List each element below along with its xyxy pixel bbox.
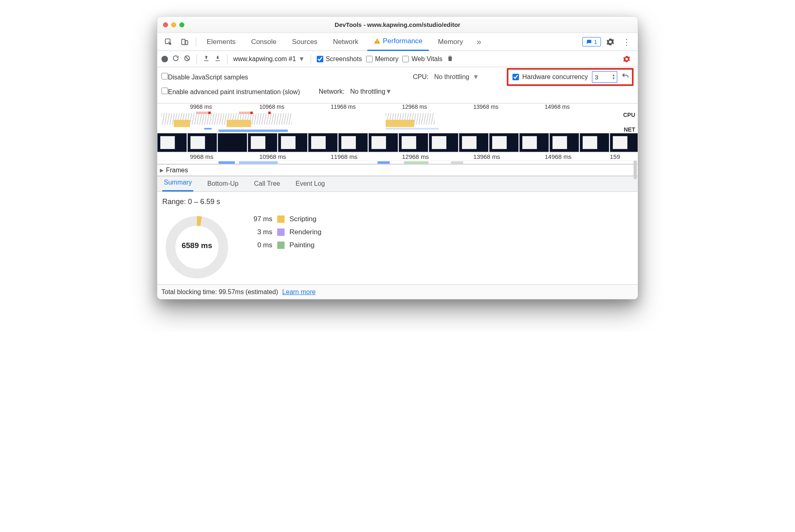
feedback-count: 1 [594, 38, 597, 45]
disable-js-checkbox[interactable]: Disable JavaScript samples [161, 73, 248, 81]
webvitals-checkbox[interactable]: Web Vitals [402, 55, 442, 63]
network-label: Network: [319, 88, 344, 95]
network-throttle-select[interactable]: No throttling▼ [350, 88, 392, 95]
capture-settings-gear-icon[interactable] [620, 52, 634, 66]
cpu-label: CPU: [413, 73, 428, 81]
tab-network[interactable]: Network [327, 33, 365, 51]
legend-row: 97 msScripting [244, 215, 321, 223]
minimize-window-button[interactable] [171, 22, 176, 27]
warning-icon [374, 38, 380, 44]
swatch-painting [277, 242, 285, 249]
clear-icon[interactable] [183, 55, 191, 64]
hardware-concurrency-input[interactable]: 3 ▲▼ [592, 71, 617, 83]
cpu-overview-lane: CPU [157, 111, 638, 127]
learn-more-link[interactable]: Learn more [282, 288, 316, 296]
flamechart-timeruler: 9968 ms 10968 ms 11968 ms 12968 ms 13968… [157, 152, 638, 160]
tab-sources[interactable]: Sources [285, 33, 324, 51]
svg-rect-2 [186, 40, 188, 44]
hardware-concurrency-checkbox[interactable]: Hardware concurrency [512, 73, 588, 81]
trash-icon[interactable] [446, 55, 454, 64]
summary-legend: 97 msScripting 3 msRendering 0 msPaintin… [244, 215, 321, 249]
record-button[interactable] [161, 56, 168, 62]
tab-summary[interactable]: Summary [162, 179, 193, 191]
legend-row: 0 msPainting [244, 241, 321, 249]
window-title: DevTools - www.kapwing.com/studio/editor [157, 21, 638, 28]
tab-event-log[interactable]: Event Log [294, 180, 327, 191]
swatch-rendering [277, 229, 285, 236]
overview-region[interactable]: 9968 ms 10968 ms 11968 ms 12968 ms 13968… [157, 103, 638, 164]
tab-elements[interactable]: Elements [200, 33, 242, 51]
feedback-badge[interactable]: 1 [582, 37, 601, 46]
tab-memory[interactable]: Memory [431, 33, 469, 51]
chevron-down-icon: ▼ [473, 73, 479, 81]
page-select-value: www.kapwing.com #1 [233, 55, 296, 63]
gear-icon[interactable] [603, 35, 617, 49]
svg-rect-1 [182, 39, 185, 44]
summary-donut: 6589 ms [162, 213, 232, 282]
titlebar: DevTools - www.kapwing.com/studio/editor [157, 17, 638, 33]
close-window-button[interactable] [163, 22, 168, 27]
hardware-concurrency-group: Hardware concurrency 3 ▲▼ [507, 68, 634, 86]
kebab-icon[interactable]: ⋮ [620, 35, 634, 49]
detail-tabs: Summary Bottom-Up Call Tree Event Log [157, 176, 638, 192]
page-select[interactable]: www.kapwing.com #1 ▼ [233, 55, 305, 63]
donut-center: 6589 ms [162, 241, 232, 250]
vertical-scrollbar[interactable] [634, 160, 637, 179]
advanced-paint-checkbox[interactable]: Enable advanced paint instrumentation (s… [161, 88, 300, 96]
network-mini-lane [157, 160, 638, 164]
summary-panel: Range: 0 – 6.59 s 6589 ms 97 msScripting… [157, 192, 638, 284]
svg-rect-4 [377, 42, 377, 43]
devtools-window: DevTools - www.kapwing.com/studio/editor… [157, 16, 638, 299]
chevron-down-icon: ▼ [298, 55, 305, 63]
tab-console[interactable]: Console [245, 33, 283, 51]
memory-checkbox[interactable]: Memory [366, 55, 399, 63]
chevron-down-icon: ▼ [385, 88, 392, 95]
frames-label: Frames [166, 167, 188, 174]
cpu-throttle-select[interactable]: No throttling▼ [434, 73, 479, 81]
legend-row: 3 msRendering [244, 228, 321, 236]
performance-label: Performance [383, 32, 422, 50]
swatch-scripting [277, 215, 285, 223]
capture-options: Disable JavaScript samples CPU: No throt… [157, 67, 638, 103]
stepper-icon[interactable]: ▲▼ [612, 74, 615, 80]
frames-section[interactable]: ▶ Frames [157, 164, 638, 176]
perf-toolbar: www.kapwing.com #1 ▼ Screenshots Memory … [157, 51, 638, 67]
zoom-window-button[interactable] [179, 22, 184, 27]
chat-icon [586, 39, 592, 45]
panel-tabstrip: Elements Console Sources Network Perform… [157, 33, 638, 51]
undo-icon[interactable] [621, 72, 629, 82]
overview-timeruler: 9968 ms 10968 ms 11968 ms 12968 ms 13968… [157, 103, 638, 111]
screenshot-filmstrip[interactable] [157, 133, 638, 152]
svg-rect-3 [377, 40, 377, 42]
screenshots-checkbox[interactable]: Screenshots [317, 55, 362, 63]
overflow-tabs-icon[interactable]: » [472, 35, 486, 49]
upload-icon[interactable] [203, 55, 210, 64]
tab-call-tree[interactable]: Call Tree [252, 180, 282, 191]
range-label: Range: 0 – 6.59 s [162, 198, 633, 206]
expand-triangle-icon: ▶ [160, 167, 163, 173]
inspect-icon[interactable] [161, 35, 175, 49]
reload-icon[interactable] [172, 55, 179, 64]
net-lane-label: NET [624, 126, 635, 133]
tab-performance[interactable]: Performance [367, 33, 429, 51]
net-overview-lane: NET [157, 127, 638, 133]
tab-bottom-up[interactable]: Bottom-Up [205, 180, 240, 191]
cpu-lane-label: CPU [623, 112, 635, 118]
tbt-label: Total blocking time: 99.57ms (estimated) [161, 288, 278, 296]
device-toolbar-icon[interactable] [178, 35, 192, 49]
footer-bar: Total blocking time: 99.57ms (estimated)… [157, 284, 638, 299]
download-icon[interactable] [214, 55, 221, 64]
